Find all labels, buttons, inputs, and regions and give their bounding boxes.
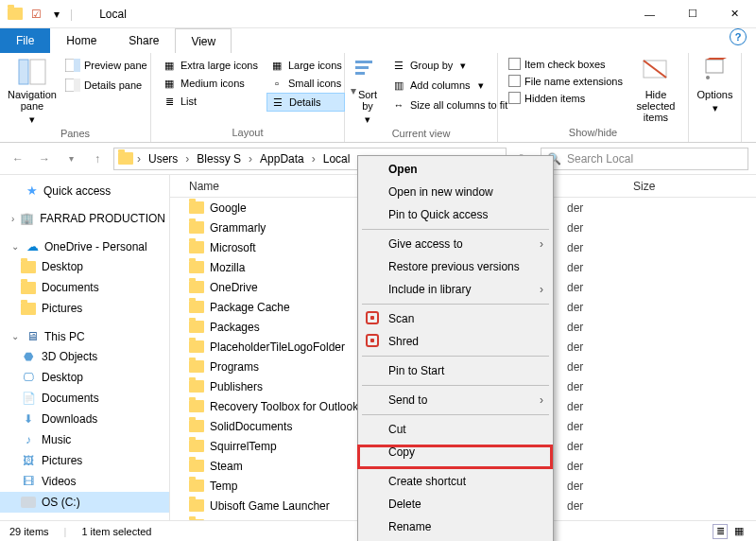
tab-view[interactable]: View — [175, 28, 232, 53]
file-type-trunc: der — [567, 241, 756, 254]
folder-icon — [189, 498, 204, 514]
tab-home[interactable]: Home — [50, 28, 112, 53]
folder-icon — [189, 439, 204, 454]
building-icon: 🏢 — [20, 211, 34, 226]
help-icon[interactable]: ? — [730, 28, 747, 45]
file-type-trunc: der — [567, 340, 756, 354]
maximize-button[interactable]: ☐ — [671, 0, 713, 28]
file-name: SolidDocuments — [210, 420, 292, 433]
ctx-rename[interactable]: Rename — [360, 515, 551, 538]
minimize-button[interactable]: — — [628, 0, 671, 28]
item-checkboxes-toggle[interactable]: Item check boxes — [506, 57, 626, 71]
nav-od-documents[interactable]: Documents — [0, 277, 169, 298]
ribbon: Navigation pane ▾ Preview pane Details p… — [0, 53, 756, 143]
preview-pane-icon — [65, 58, 80, 73]
crumb-user[interactable]: Blessy S — [193, 152, 245, 166]
nav-desktop[interactable]: 🖵Desktop — [0, 367, 169, 388]
tab-share[interactable]: Share — [112, 28, 175, 53]
forward-button[interactable]: → — [34, 148, 55, 169]
file-name: Mozilla — [210, 261, 245, 274]
recent-button[interactable]: ▾ — [60, 148, 81, 169]
ctx-open-new-window[interactable]: Open in new window — [360, 181, 551, 203]
nav-farrad[interactable]: ›🏢FARRAD PRODUCTION — [0, 208, 169, 229]
nav-od-pictures[interactable]: Pictures — [0, 298, 169, 319]
ctx-open[interactable]: Open — [360, 158, 551, 181]
qat-checkbox-icon[interactable]: ☑ — [28, 7, 43, 22]
size-columns-button[interactable]: ↔Size all columns to fit — [388, 96, 510, 113]
ctx-copy[interactable]: Copy — [360, 441, 551, 463]
svg-rect-8 — [355, 72, 365, 75]
file-name: Microsoft — [210, 241, 256, 254]
nav-this-pc[interactable]: ⌄🖥This PC — [0, 326, 169, 346]
folder-icon — [189, 280, 204, 295]
back-button[interactable]: ← — [8, 148, 28, 169]
layout-details[interactable]: ☰Details — [266, 93, 345, 112]
nav-pictures[interactable]: 🖼Pictures — [0, 450, 169, 471]
view-large-icon[interactable]: ▦ — [731, 524, 747, 539]
hidden-items-toggle[interactable]: Hidden items — [506, 91, 626, 105]
file-name: Ubisoft Game Launcher — [210, 499, 330, 513]
nav-music[interactable]: ♪Music — [0, 429, 169, 450]
crumb-local[interactable]: Local — [319, 152, 354, 166]
title-bar: ☑ ▾ | Local — ☐ ✕ — [0, 0, 756, 28]
crumb-users[interactable]: Users — [145, 152, 181, 166]
options-button[interactable]: Options ▾ — [696, 57, 733, 136]
ctx-give-access[interactable]: Give access to — [360, 233, 551, 255]
music-icon: ♪ — [21, 432, 36, 447]
crumb-appdata[interactable]: AppData — [256, 152, 308, 166]
nav-od-desktop[interactable]: Desktop — [0, 256, 169, 277]
file-name: Temp — [210, 480, 237, 493]
file-type-trunc: der — [567, 380, 756, 393]
ctx-send-to[interactable]: Send to — [360, 389, 551, 411]
layout-small[interactable]: ▫Small icons — [266, 75, 345, 92]
layout-medium[interactable]: ▦Medium icons — [159, 75, 261, 92]
ctx-include-library[interactable]: Include in library — [360, 278, 551, 301]
ctx-scan[interactable]: Scan — [360, 307, 551, 330]
layout-extra-large[interactable]: ▦Extra large icons — [159, 57, 261, 74]
ctx-restore-versions[interactable]: Restore previous versions — [360, 255, 551, 278]
mcafee-icon — [366, 334, 381, 349]
layout-large[interactable]: ▦Large icons — [266, 57, 345, 74]
nav-3d-objects[interactable]: ⬣3D Objects — [0, 346, 169, 367]
nav-quick-access[interactable]: ★Quick access — [0, 181, 169, 201]
file-extensions-toggle[interactable]: File name extensions — [506, 74, 626, 88]
navigation-pane-button[interactable]: Navigation pane ▾ — [8, 57, 57, 126]
nav-downloads[interactable]: ⬇Downloads — [0, 409, 169, 429]
qat-dropdown-icon[interactable]: ▾ — [49, 7, 64, 22]
add-columns-icon: ▥ — [391, 78, 406, 93]
view-details-icon[interactable]: ≣ — [713, 524, 728, 539]
close-button[interactable]: ✕ — [713, 0, 756, 28]
search-input[interactable]: 🔍 Search Local — [541, 148, 748, 170]
group-by-button[interactable]: ☰Group by▾ — [388, 57, 510, 74]
ctx-delete[interactable]: Delete — [360, 493, 551, 515]
small-icon: ▫ — [269, 76, 284, 91]
ctx-shred[interactable]: Shred — [360, 330, 551, 353]
sort-by-button[interactable]: Sort by ▾ — [352, 57, 383, 126]
folder-icon — [189, 359, 204, 375]
file-name: Programs — [210, 360, 259, 374]
folder-icon — [189, 300, 204, 315]
details-pane-button[interactable]: Details pane — [62, 77, 150, 94]
tab-file[interactable]: File — [0, 28, 50, 53]
nav-videos[interactable]: 🎞Videos — [0, 471, 169, 492]
nav-documents[interactable]: 📄Documents — [0, 388, 169, 409]
checkbox-icon — [508, 92, 521, 104]
navigation-pane-label: Navigation pane — [8, 89, 57, 112]
ctx-pin-start[interactable]: Pin to Start — [360, 359, 551, 382]
ctx-create-shortcut[interactable]: Create shortcut — [360, 470, 551, 493]
up-button[interactable]: ↑ — [87, 148, 108, 169]
hide-selected-button[interactable]: Hide selected items — [631, 57, 680, 125]
folder-icon — [21, 259, 36, 274]
nav-os-c[interactable]: OS (C:) — [0, 492, 169, 513]
layout-list[interactable]: ≣List — [159, 93, 261, 110]
ctx-pin-quick-access[interactable]: Pin to Quick access — [360, 203, 551, 226]
add-columns-button[interactable]: ▥Add columns▾ — [388, 77, 510, 94]
file-name: Packages — [210, 321, 260, 334]
folder-icon — [189, 479, 204, 494]
group-current-label: Current view — [352, 126, 490, 141]
preview-pane-button[interactable]: Preview pane — [62, 57, 150, 74]
file-type-trunc: der — [567, 440, 756, 453]
ctx-cut[interactable]: Cut — [360, 418, 551, 441]
nav-onedrive[interactable]: ⌄☁OneDrive - Personal — [0, 236, 169, 256]
pictures-icon: 🖼 — [21, 453, 36, 468]
